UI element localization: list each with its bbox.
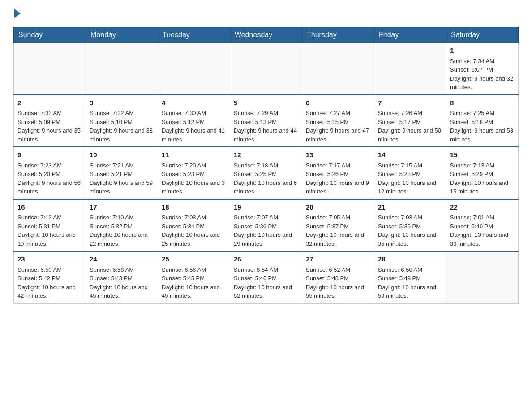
day-info: Daylight: 10 hours and 3 minutes. [162,179,226,196]
day-info: Sunrise: 7:29 AM [234,109,298,118]
day-info: Sunrise: 6:56 AM [162,265,226,274]
day-number: 14 [378,150,442,160]
calendar-day-cell [14,43,86,95]
page-header [13,9,519,18]
day-number: 25 [162,254,226,265]
day-info: Sunrise: 7:34 AM [450,57,515,66]
day-info: Sunrise: 7:13 AM [450,161,515,170]
day-info: Sunrise: 7:15 AM [378,161,442,170]
day-info: Sunrise: 7:21 AM [90,161,154,170]
day-info: Daylight: 9 hours and 50 minutes. [378,126,442,144]
calendar-day-header: Tuesday [158,27,230,43]
calendar-day-cell: 10Sunrise: 7:21 AMSunset: 5:21 PMDayligh… [86,147,158,199]
calendar-day-cell: 9Sunrise: 7:23 AMSunset: 5:20 PMDaylight… [14,147,86,199]
calendar-day-cell: 3Sunrise: 7:32 AMSunset: 5:10 PMDaylight… [86,95,158,147]
day-number: 19 [234,202,298,213]
day-number: 28 [378,254,442,265]
logo [13,9,21,18]
calendar-day-cell: 13Sunrise: 7:17 AMSunset: 5:26 PMDayligh… [302,147,374,199]
calendar-day-cell: 1Sunrise: 7:34 AMSunset: 5:07 PMDaylight… [446,43,519,95]
day-number: 1 [450,46,515,56]
day-info: Sunrise: 7:07 AM [234,213,298,222]
calendar-day-cell: 4Sunrise: 7:30 AMSunset: 5:12 PMDaylight… [158,95,230,147]
day-info: Sunrise: 6:58 AM [90,265,154,274]
logo-arrow-icon [14,9,21,18]
day-info: Daylight: 10 hours and 45 minutes. [90,283,154,300]
day-number: 24 [90,254,154,265]
day-info: Daylight: 9 hours and 47 minutes. [306,126,370,144]
day-number: 5 [234,98,298,108]
day-number: 11 [162,150,226,160]
day-info: Sunrise: 7:27 AM [306,109,370,118]
day-info: Sunset: 5:23 PM [162,170,226,179]
day-info: Sunset: 5:09 PM [17,118,82,127]
day-info: Daylight: 10 hours and 39 minutes. [450,231,515,248]
calendar-day-header: Sunday [14,27,86,43]
day-info: Sunset: 5:42 PM [17,274,82,283]
day-info: Daylight: 9 hours and 44 minutes. [234,126,298,144]
day-number: 13 [306,150,370,160]
day-info: Sunset: 5:40 PM [450,222,515,231]
day-info: Daylight: 10 hours and 15 minutes. [450,179,515,196]
calendar-day-cell: 28Sunrise: 6:50 AMSunset: 5:49 PMDayligh… [374,251,446,303]
day-info: Sunset: 5:48 PM [306,274,370,283]
day-info: Sunrise: 7:05 AM [306,213,370,222]
calendar-day-header: Wednesday [230,27,302,43]
day-info: Sunset: 5:45 PM [162,274,226,283]
calendar-day-cell: 23Sunrise: 6:59 AMSunset: 5:42 PMDayligh… [14,251,86,303]
day-info: Daylight: 10 hours and 9 minutes. [306,179,370,196]
day-info: Daylight: 9 hours and 56 minutes. [17,179,82,196]
day-info: Sunrise: 7:32 AM [90,109,154,118]
day-number: 10 [90,150,154,160]
day-info: Sunset: 5:12 PM [162,118,226,127]
calendar-day-cell: 20Sunrise: 7:05 AMSunset: 5:37 PMDayligh… [302,199,374,252]
day-info: Sunrise: 7:12 AM [17,213,82,222]
day-info: Daylight: 10 hours and 19 minutes. [17,231,82,248]
day-number: 7 [378,98,442,108]
day-info: Daylight: 10 hours and 25 minutes. [162,231,226,248]
calendar-header-row: SundayMondayTuesdayWednesdayThursdayFrid… [14,27,519,43]
calendar-day-cell [86,43,158,95]
day-number: 27 [306,254,370,265]
day-number: 12 [234,150,298,160]
calendar-day-cell [302,43,374,95]
calendar-day-header: Saturday [446,27,519,43]
day-info: Sunset: 5:31 PM [17,222,82,231]
day-number: 22 [450,202,515,213]
calendar-day-cell: 5Sunrise: 7:29 AMSunset: 5:13 PMDaylight… [230,95,302,147]
calendar-day-cell: 11Sunrise: 7:20 AMSunset: 5:23 PMDayligh… [158,147,230,199]
calendar-day-cell [374,43,446,95]
day-info: Sunset: 5:34 PM [162,222,226,231]
day-info: Sunset: 5:13 PM [234,118,298,127]
calendar-day-cell: 18Sunrise: 7:08 AMSunset: 5:34 PMDayligh… [158,199,230,252]
day-info: Sunset: 5:10 PM [90,118,154,127]
calendar-day-cell: 6Sunrise: 7:27 AMSunset: 5:15 PMDaylight… [302,95,374,147]
day-number: 8 [450,98,515,108]
calendar-day-cell: 16Sunrise: 7:12 AMSunset: 5:31 PMDayligh… [14,199,86,252]
day-info: Sunset: 5:28 PM [378,170,442,179]
day-info: Sunset: 5:26 PM [306,170,370,179]
calendar-day-cell [158,43,230,95]
day-info: Sunrise: 7:17 AM [306,161,370,170]
calendar-day-cell: 24Sunrise: 6:58 AMSunset: 5:43 PMDayligh… [86,251,158,303]
day-info: Daylight: 10 hours and 52 minutes. [234,283,298,300]
calendar-day-cell: 8Sunrise: 7:25 AMSunset: 5:18 PMDaylight… [446,95,519,147]
calendar-day-cell: 25Sunrise: 6:56 AMSunset: 5:45 PMDayligh… [158,251,230,303]
day-info: Sunrise: 7:03 AM [378,213,442,222]
day-info: Daylight: 9 hours and 32 minutes. [450,74,515,92]
day-number: 20 [306,202,370,213]
day-info: Sunrise: 7:30 AM [162,109,226,118]
day-number: 23 [17,254,82,265]
day-info: Sunrise: 7:18 AM [234,161,298,170]
calendar-week-row: 23Sunrise: 6:59 AMSunset: 5:42 PMDayligh… [14,251,519,303]
calendar-week-row: 9Sunrise: 7:23 AMSunset: 5:20 PMDaylight… [14,147,519,199]
day-number: 9 [17,150,82,160]
day-info: Sunrise: 6:54 AM [234,265,298,274]
calendar-week-row: 2Sunrise: 7:33 AMSunset: 5:09 PMDaylight… [14,95,519,147]
day-info: Sunset: 5:37 PM [306,222,370,231]
day-info: Daylight: 9 hours and 53 minutes. [450,126,515,144]
day-info: Sunset: 5:46 PM [234,274,298,283]
day-number: 16 [17,202,82,213]
day-info: Sunset: 5:39 PM [378,222,442,231]
calendar-day-cell [230,43,302,95]
